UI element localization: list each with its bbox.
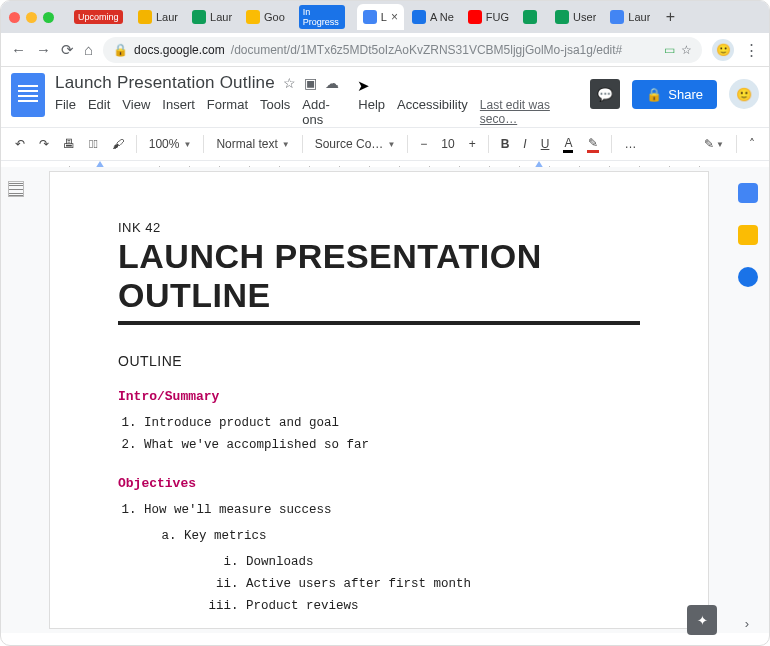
nav-reload-button[interactable]: ⟳ xyxy=(61,41,74,59)
tab-favicon-icon xyxy=(610,10,624,24)
install-app-icon[interactable]: ▭ xyxy=(664,43,675,57)
nav-forward-button[interactable]: → xyxy=(36,41,51,58)
redo-button[interactable]: ↷ xyxy=(35,135,53,153)
list-item: Product reviews xyxy=(246,595,640,617)
browser-tab[interactable]: Goo xyxy=(240,4,291,30)
menu-format[interactable]: Format xyxy=(207,97,248,112)
tab-pill: In Progress xyxy=(299,5,345,29)
tab-favicon-icon xyxy=(192,10,206,24)
tab-pill: Upcoming xyxy=(74,10,123,24)
hscroll-right-button[interactable]: › xyxy=(745,616,749,631)
menu-file[interactable]: File xyxy=(55,97,76,112)
font-size-input[interactable]: 10 xyxy=(437,135,458,153)
address-bar[interactable]: 🔒 docs.google.com/document/d/1MTx6z5MDt5… xyxy=(103,37,702,63)
document-page[interactable]: INK 42 LAUNCH PRESENTATION OUTLINE OUTLI… xyxy=(49,171,709,629)
zoom-dropdown[interactable]: 100%▼ xyxy=(145,135,196,153)
url-host: docs.google.com xyxy=(134,43,225,57)
undo-button[interactable]: ↶ xyxy=(11,135,29,153)
chrome-profile-avatar[interactable]: 🙂 xyxy=(712,39,734,61)
share-button[interactable]: 🔒 Share xyxy=(632,80,717,109)
print-button[interactable]: 🖶 xyxy=(59,135,79,153)
calendar-addon-icon[interactable] xyxy=(738,183,758,203)
spellcheck-button[interactable]: Ａ̲ xyxy=(85,135,102,153)
window-minimize-button[interactable] xyxy=(26,12,37,23)
doc-title-input[interactable]: Launch Presentation Outline xyxy=(55,73,275,93)
list-item: What we've accomplished so far xyxy=(144,434,640,456)
browser-tab[interactable]: FUG xyxy=(462,4,515,30)
paragraph-style-dropdown[interactable]: Normal text▼ xyxy=(212,135,293,153)
font-size-increase[interactable]: + xyxy=(465,135,480,153)
browser-tab[interactable]: Laur xyxy=(604,4,656,30)
doc-list: How we'll measure success Key metrics Do… xyxy=(118,499,640,625)
tab-label: L xyxy=(381,11,387,23)
open-comments-button[interactable]: 💬 xyxy=(590,79,620,109)
menu-accessibility[interactable]: Accessibility xyxy=(397,97,468,112)
menu-view[interactable]: View xyxy=(122,97,150,112)
bold-button[interactable]: B xyxy=(497,135,514,153)
keep-addon-icon[interactable] xyxy=(738,225,758,245)
docs-account-avatar[interactable]: 🙂 xyxy=(729,79,759,109)
font-family-dropdown[interactable]: Source Co…▼ xyxy=(311,135,400,153)
browser-tab[interactable]: Laur xyxy=(186,4,238,30)
window-maximize-button[interactable] xyxy=(43,12,54,23)
last-edit-link[interactable]: Last edit was seco… xyxy=(480,98,580,126)
toolbar-more-button[interactable]: … xyxy=(620,135,640,153)
nav-home-button[interactable]: ⌂ xyxy=(84,41,93,58)
italic-button[interactable]: I xyxy=(519,135,530,153)
tasks-addon-icon[interactable] xyxy=(738,267,758,287)
text-color-button[interactable]: A xyxy=(559,134,577,155)
doc-subheading: Intro/Summary xyxy=(118,389,640,404)
new-tab-button[interactable]: + xyxy=(660,8,680,26)
doc-main-title: LAUNCH PRESENTATION OUTLINE xyxy=(118,237,640,325)
menu-help[interactable]: Help xyxy=(358,97,385,112)
document-outline-toggle[interactable] xyxy=(8,181,24,197)
docs-logo-icon[interactable] xyxy=(11,73,45,117)
bookmark-star-icon[interactable]: ☆ xyxy=(681,43,692,57)
window-close-button[interactable] xyxy=(9,12,20,23)
nav-back-button[interactable]: ← xyxy=(11,41,26,58)
workspace: INK 42 LAUNCH PRESENTATION OUTLINE OUTLI… xyxy=(1,167,769,633)
tab-label: Laur xyxy=(628,11,650,23)
tab-label: User xyxy=(573,11,596,23)
menu-tools[interactable]: Tools xyxy=(260,97,290,112)
url-path: /document/d/1MTx6z5MDt5oIzAoKvZRNS31VCBM… xyxy=(231,43,623,57)
editing-mode-button[interactable]: ✎ ▼ xyxy=(700,135,728,153)
docs-header: Launch Presentation Outline ☆ ▣ ☁ FileEd… xyxy=(1,67,769,127)
menu-add-ons[interactable]: Add-ons xyxy=(302,97,346,127)
tab-favicon-icon xyxy=(468,10,482,24)
tab-label: Laur xyxy=(156,11,178,23)
explore-button[interactable]: ✦ xyxy=(687,605,717,635)
lock-icon: 🔒 xyxy=(646,87,662,102)
tab-label: Laur xyxy=(210,11,232,23)
list-item: Introduce product and goal xyxy=(144,412,640,434)
list-item: How we'll measure success Key metrics Do… xyxy=(144,499,640,625)
font-size-decrease[interactable]: − xyxy=(416,135,431,153)
tab-close-icon[interactable]: × xyxy=(391,10,398,24)
tab-label: FUG xyxy=(486,11,509,23)
star-icon[interactable]: ☆ xyxy=(283,75,296,91)
browser-tab[interactable] xyxy=(517,4,547,30)
browser-tab[interactable]: Upcoming xyxy=(68,4,130,30)
menu-edit[interactable]: Edit xyxy=(88,97,110,112)
browser-tab[interactable]: In Progress xyxy=(293,4,355,30)
underline-button[interactable]: U xyxy=(537,135,554,153)
highlight-color-button[interactable]: ✎ xyxy=(583,134,603,155)
tab-favicon-icon xyxy=(523,10,537,24)
collapse-toolbar-button[interactable]: ˄ xyxy=(745,135,759,153)
browser-tab[interactable]: User xyxy=(549,4,602,30)
list-item: Key metrics DownloadsActive users after … xyxy=(184,525,640,621)
browser-tab[interactable]: L× xyxy=(357,4,404,30)
browser-tab[interactable]: A Ne xyxy=(406,4,460,30)
menu-bar: FileEditViewInsertFormatToolsAdd-onsHelp… xyxy=(55,93,580,127)
chrome-menu-button[interactable]: ⋮ xyxy=(744,41,759,59)
lock-icon: 🔒 xyxy=(113,43,128,57)
share-button-label: Share xyxy=(668,87,703,102)
tab-favicon-icon xyxy=(246,10,260,24)
paint-format-button[interactable]: 🖌 xyxy=(108,135,128,153)
tab-favicon-icon xyxy=(412,10,426,24)
cloud-status-icon[interactable]: ☁ xyxy=(325,75,339,91)
browser-tab[interactable]: Laur xyxy=(132,4,184,30)
move-icon[interactable]: ▣ xyxy=(304,75,317,91)
menu-insert[interactable]: Insert xyxy=(162,97,195,112)
side-panel xyxy=(727,167,769,633)
